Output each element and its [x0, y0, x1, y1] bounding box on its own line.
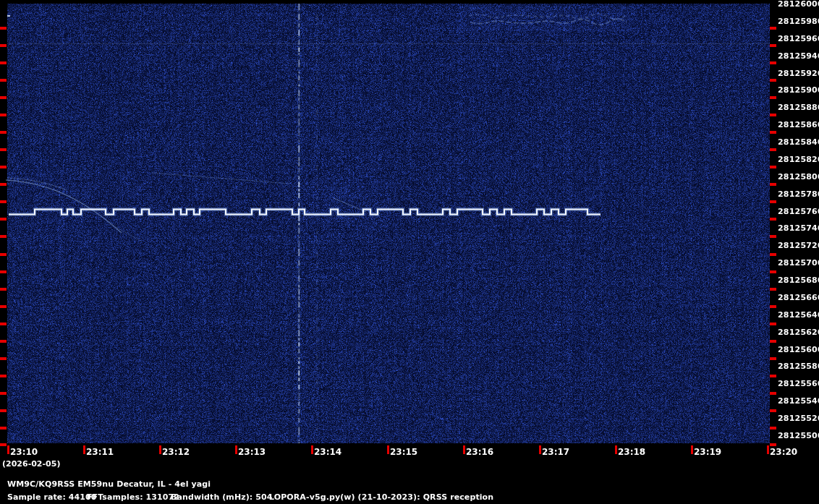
freq-tick-mark — [0, 253, 7, 256]
time-tick-mark — [7, 445, 9, 454]
freq-tick-mark — [770, 44, 776, 47]
freq-tick-label: 28125920 — [778, 69, 819, 78]
time-tick-mark — [311, 445, 313, 454]
freq-tick-mark — [0, 200, 7, 203]
time-tick-label: 23:17 — [542, 448, 569, 457]
freq-tick-label: 28126000 — [778, 0, 819, 9]
program-label: LOPORA-v5g.py(w) (21-10-2023): QRSS rece… — [269, 492, 493, 502]
freq-tick-mark — [0, 392, 7, 395]
freq-tick-mark — [0, 114, 7, 116]
freq-tick-label: 28125580 — [778, 362, 819, 371]
freq-tick-label: 28125820 — [778, 155, 819, 164]
time-tick-label: 23:11 — [86, 448, 114, 457]
time-tick-label: 23:10 — [10, 448, 38, 457]
freq-tick-mark — [770, 375, 776, 377]
time-tick-mark — [159, 445, 161, 454]
freq-tick-label: 28125720 — [778, 242, 819, 250]
fft-samples-label: FFTsamples: 131072 — [87, 492, 179, 502]
station-info-line: WM9C/KQ9RSS EM59nu Decatur, IL - 4el yag… — [7, 479, 211, 489]
time-tick-label: 23:13 — [238, 448, 266, 457]
time-tick-mark — [615, 445, 617, 454]
freq-tick-label: 28125500 — [778, 432, 819, 440]
freq-tick-mark — [0, 218, 7, 221]
freq-tick-mark — [770, 27, 776, 30]
freq-tick-label: 28125660 — [778, 294, 819, 302]
freq-tick-mark — [770, 96, 776, 99]
freq-tick-mark — [770, 131, 776, 134]
freq-tick-label: 28125520 — [778, 414, 819, 423]
freq-tick-mark — [0, 79, 7, 82]
time-tick-label: 23:16 — [466, 448, 493, 457]
freq-tick-mark — [770, 114, 776, 116]
time-tick-label: 23:18 — [618, 448, 645, 457]
freq-tick-mark — [0, 61, 7, 64]
freq-tick-mark — [770, 323, 776, 325]
freq-tick-label: 28125800 — [778, 173, 819, 181]
freq-tick-mark — [770, 235, 776, 238]
freq-tick-mark — [770, 148, 776, 151]
freq-tick-mark — [0, 183, 7, 186]
freq-tick-label: 28125900 — [778, 86, 819, 95]
freq-tick-mark — [0, 131, 7, 134]
time-tick-mark — [387, 445, 389, 454]
freq-tick-label: 28125540 — [778, 397, 819, 406]
freq-tick-mark — [770, 340, 776, 343]
freq-tick-mark — [0, 409, 7, 412]
freq-tick-mark — [770, 183, 776, 186]
freq-tick-mark — [770, 166, 776, 168]
time-tick-mark — [463, 445, 465, 454]
freq-tick-mark — [770, 270, 776, 273]
time-tick-label: 23:20 — [770, 448, 797, 457]
freq-tick-mark — [0, 375, 7, 377]
freq-tick-label: 28125980 — [778, 17, 819, 26]
freq-tick-label: 28125940 — [778, 52, 819, 61]
freq-tick-label: 28125780 — [778, 190, 819, 199]
freq-tick-mark — [770, 392, 776, 395]
sample-rate-label: Sample rate: 44100 — [7, 492, 97, 502]
time-tick-mark — [83, 445, 85, 454]
freq-tick-mark — [770, 305, 776, 308]
freq-tick-mark — [0, 27, 7, 30]
freq-tick-label: 28125640 — [778, 311, 819, 320]
freq-tick-mark — [770, 218, 776, 221]
freq-tick-label: 28125760 — [778, 208, 819, 216]
qrss-grabber-screen: 2812600028125980281259602812594028125920… — [0, 0, 819, 504]
time-tick-label: 23:15 — [390, 448, 417, 457]
spectrogram-noise-area — [7, 4, 770, 443]
freq-tick-mark — [0, 288, 7, 291]
freq-tick-label: 28125700 — [778, 259, 819, 268]
freq-tick-mark — [0, 357, 7, 360]
date-label: (2026-02-05) — [2, 459, 60, 469]
freq-tick-mark — [0, 323, 7, 325]
freq-tick-mark — [0, 340, 7, 343]
time-tick-label: 23:19 — [694, 448, 721, 457]
freq-tick-mark — [0, 44, 7, 47]
freq-tick-mark — [0, 427, 7, 430]
freq-tick-label: 28125620 — [778, 328, 819, 337]
freq-tick-label: 28125560 — [778, 380, 819, 388]
time-tick-label: 23:14 — [314, 448, 341, 457]
freq-tick-label: 28125860 — [778, 121, 819, 129]
freq-tick-mark — [0, 148, 7, 151]
freq-tick-label: 28125600 — [778, 346, 819, 354]
freq-tick-mark — [0, 235, 7, 238]
freq-tick-mark — [0, 96, 7, 99]
time-tick-mark — [767, 445, 769, 454]
freq-tick-label: 28125680 — [778, 276, 819, 285]
freq-tick-mark — [770, 200, 776, 203]
freq-tick-mark — [770, 79, 776, 82]
freq-tick-mark — [0, 166, 7, 168]
time-tick-label: 23:12 — [162, 448, 190, 457]
time-tick-mark — [539, 445, 541, 454]
freq-tick-mark — [0, 443, 7, 446]
freq-tick-mark — [770, 357, 776, 360]
freq-tick-label: 28125840 — [778, 138, 819, 147]
time-tick-mark — [235, 445, 237, 454]
freq-tick-label: 28125880 — [778, 103, 819, 112]
freq-tick-mark — [0, 270, 7, 273]
freq-tick-label: 28125740 — [778, 224, 819, 233]
freq-tick-mark — [770, 253, 776, 256]
freq-tick-mark — [770, 443, 776, 446]
freq-tick-mark — [0, 305, 7, 308]
freq-tick-mark — [770, 288, 776, 291]
